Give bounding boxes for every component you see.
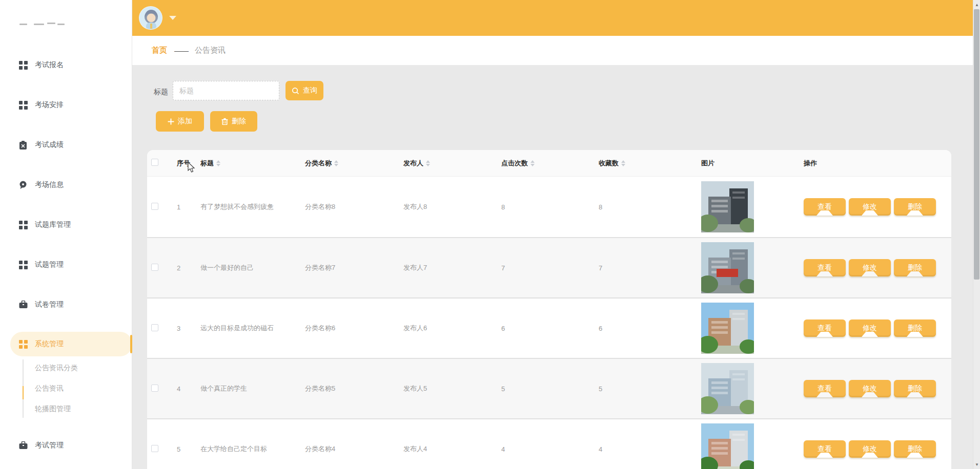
trash-icon (221, 118, 228, 125)
sidebar-subitem-label: 轮播图管理 (35, 404, 71, 414)
grid-icon (19, 221, 28, 229)
sidebar-subitem-2[interactable]: 公告资讯 (0, 380, 132, 397)
vertical-scrollbar[interactable]: ▲ ▼ (973, 0, 980, 469)
sort-control[interactable] (426, 160, 430, 166)
row-publisher: 发布人7 (403, 263, 501, 272)
row-publisher: 发布人4 (403, 444, 501, 454)
row-clicks: 4 (501, 445, 599, 453)
remove-button[interactable]: 删除 (894, 319, 936, 337)
view-button[interactable]: 查看 (804, 440, 846, 458)
row-checkbox[interactable] (151, 385, 158, 392)
column-header-publisher: 发布人 (403, 159, 501, 168)
grid-icon (19, 261, 28, 269)
row-title: 做一个最好的自己 (200, 263, 305, 272)
sidebar-item-7[interactable]: 试卷管理 (0, 292, 132, 317)
row-category: 分类名称6 (305, 324, 403, 333)
sidebar-item-label: 试题库管理 (35, 220, 71, 229)
sidebar-item-label: 试题管理 (35, 260, 64, 269)
add-button[interactable]: 添加 (156, 111, 204, 132)
breadcrumb: 首页 —— 公告资讯 (132, 36, 973, 65)
delete-button[interactable]: 删除 (210, 111, 257, 132)
row-checkbox[interactable] (151, 264, 158, 271)
breadcrumb-home[interactable]: 首页 (152, 46, 167, 55)
sidebar-item-label: 考场安排 (35, 100, 64, 110)
row-index: 5 (177, 445, 200, 453)
row-favorites: 7 (599, 264, 701, 272)
edit-button[interactable]: 修改 (849, 198, 891, 216)
sidebar-subitem-label: 公告资讯分类 (35, 364, 78, 373)
topbar (132, 0, 973, 36)
briefcase-icon (19, 301, 28, 309)
remove-button[interactable]: 删除 (894, 440, 936, 458)
search-icon (292, 87, 299, 95)
edit-button[interactable]: 修改 (849, 259, 891, 276)
sidebar-subitem-1[interactable]: 公告资讯分类 (0, 359, 132, 377)
sidebar-subitem-3[interactable]: 轮播图管理 (0, 400, 132, 418)
sidebar-item-6[interactable]: 试题管理 (0, 252, 132, 277)
sort-control[interactable] (334, 160, 338, 166)
column-header-category: 分类名称 (305, 159, 403, 168)
sidebar-item-1[interactable]: 考试报名 (0, 53, 132, 77)
main-content: 标题 查询 添加 删除 序号 (132, 65, 973, 469)
sort-control[interactable] (216, 160, 220, 166)
remove-button[interactable]: 删除 (894, 259, 936, 276)
sort-control[interactable] (621, 160, 625, 166)
remove-button[interactable]: 删除 (894, 198, 936, 216)
view-button[interactable]: 查看 (804, 319, 846, 337)
row-category: 分类名称5 (305, 384, 403, 393)
view-button[interactable]: 查看 (804, 259, 846, 276)
view-button[interactable]: 查看 (804, 380, 846, 397)
table-row: 5 在大学给自己定个目标 分类名称4 发布人4 4 4 查看 (147, 418, 951, 469)
scrollbar-thumb[interactable] (974, 9, 979, 280)
select-all-checkbox[interactable] (151, 159, 158, 166)
table-header-row: 序号 标题 分类名称 发布人 点击次数 收藏数 (147, 150, 951, 177)
sidebar-item-3[interactable]: 考试成绩 (0, 133, 132, 157)
row-favorites: 5 (599, 385, 701, 393)
announcement-photo (701, 423, 754, 469)
query-button[interactable]: 查询 (285, 81, 323, 100)
row-checkbox[interactable] (151, 445, 158, 452)
row-clicks: 7 (501, 264, 599, 272)
announcement-photo (701, 181, 754, 232)
row-category: 分类名称8 (305, 202, 403, 211)
announcement-photo (701, 303, 754, 354)
breadcrumb-current: 公告资讯 (195, 46, 226, 55)
column-header-actions: 操作 (804, 159, 951, 168)
sidebar: 考试报名考场安排考试成绩考场信息试题库管理试题管理试卷管理系统管理 公告资讯分类… (0, 0, 132, 469)
chevron-down-icon[interactable] (169, 16, 176, 20)
user-avatar[interactable] (139, 6, 162, 30)
sidebar-item-label: 试卷管理 (35, 300, 64, 309)
edit-button[interactable]: 修改 (849, 380, 891, 397)
edit-button[interactable]: 修改 (849, 440, 891, 458)
pin-icon (19, 181, 28, 189)
row-checkbox[interactable] (151, 203, 158, 210)
sidebar-item-5[interactable]: 试题库管理 (0, 212, 132, 237)
row-category: 分类名称4 (305, 444, 403, 454)
announcements-table: 序号 标题 分类名称 发布人 点击次数 收藏数 (147, 150, 951, 469)
sidebar-item-bottom[interactable]: 考试管理 (0, 433, 132, 458)
search-input[interactable] (173, 81, 279, 100)
scrollbar-down-arrow[interactable]: ▼ (973, 461, 980, 468)
row-title: 在大学给自己定个目标 (200, 444, 305, 454)
sidebar-item-2[interactable]: 考场安排 (0, 93, 132, 117)
row-category: 分类名称7 (305, 263, 403, 272)
column-header-title: 标题 (200, 159, 305, 168)
row-checkbox[interactable] (151, 324, 158, 331)
row-title: 有了梦想就不会感到疲惫 (200, 202, 305, 211)
row-title: 远大的目标是成功的磁石 (200, 324, 305, 333)
sidebar-item-4[interactable]: 考场信息 (0, 173, 132, 197)
edit-button[interactable]: 修改 (849, 319, 891, 337)
remove-button[interactable]: 删除 (894, 380, 936, 397)
sidebar-item-label: 考试报名 (35, 60, 64, 70)
row-clicks: 8 (501, 203, 599, 211)
row-favorites: 8 (599, 203, 701, 211)
row-clicks: 6 (501, 325, 599, 332)
column-header-image: 图片 (701, 159, 804, 168)
scrollbar-up-arrow[interactable]: ▲ (973, 1, 980, 8)
row-favorites: 4 (599, 445, 701, 453)
sidebar-item-8[interactable]: 系统管理 (0, 332, 132, 356)
clipped-icon (19, 24, 27, 25)
sort-control[interactable] (530, 160, 535, 166)
view-button[interactable]: 查看 (804, 198, 846, 216)
sidebar-item-label: 考场信息 (35, 180, 64, 189)
